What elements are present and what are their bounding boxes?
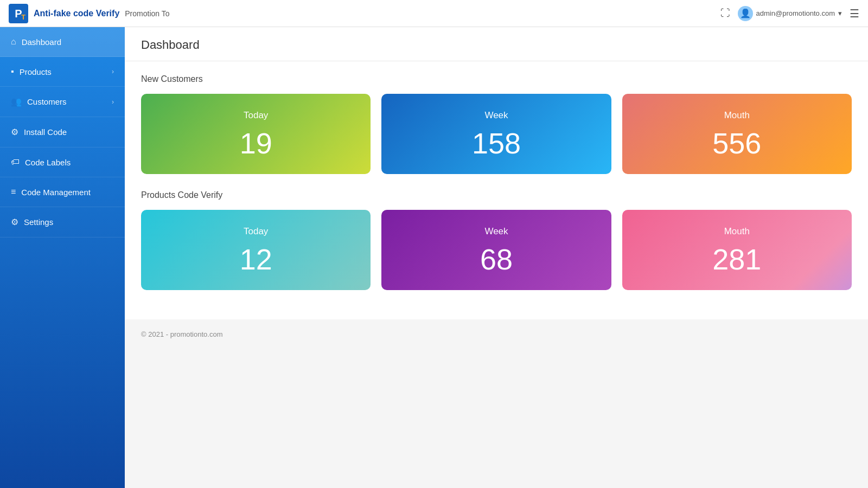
home-icon: ⌂ (11, 37, 16, 47)
user-name: admin@promotionto.com (756, 9, 835, 17)
chevron-right-icon: › (112, 68, 114, 75)
customers-mouth-card: Mouth 556 (622, 94, 852, 174)
content-footer: © 2021 - promotionto.com (125, 319, 868, 488)
top-header: P T Anti-fake code Verify Promotion To ⛶… (0, 0, 868, 27)
dropdown-arrow-icon: ▾ (838, 9, 842, 17)
app-subtitle: Promotion To (125, 9, 169, 18)
main-layout: ⌂ Dashboard ▪ Products › 👥 Customers › ⚙… (0, 27, 868, 488)
sidebar-item-dashboard[interactable]: ⌂ Dashboard (0, 27, 125, 57)
verify-week-value: 68 (480, 245, 513, 274)
code-labels-icon: 🏷 (11, 157, 20, 167)
page-header: Dashboard (125, 27, 868, 61)
app-title: Anti-fake code Verify (34, 9, 119, 18)
customers-mouth-label: Mouth (724, 110, 750, 121)
new-customers-title: New Customers (141, 74, 852, 84)
sidebar-label-customers: Customers (27, 97, 67, 106)
sidebar-item-install-code[interactable]: ⚙ Install Code (0, 117, 125, 147)
user-icon: 👤 (740, 8, 751, 18)
customers-mouth-value: 556 (712, 129, 761, 158)
logo-letter-t: T (21, 13, 25, 21)
products-code-verify-title: Products Code Verify (141, 190, 852, 200)
chevron-right-icon-customers: › (112, 98, 114, 106)
customers-today-card: Today 19 (141, 94, 371, 174)
code-management-icon: ≡ (11, 187, 16, 197)
page-title: Dashboard (141, 38, 852, 52)
sidebar-label-products: Products (20, 67, 52, 76)
sidebar-item-products[interactable]: ▪ Products › (0, 57, 125, 87)
logo: P T (9, 4, 28, 23)
content-inner: Dashboard New Customers Today 19 Week 15… (125, 27, 868, 319)
footer-text: © 2021 - promotionto.com (125, 319, 868, 349)
new-customers-cards: Today 19 Week 158 Mouth 556 (141, 94, 852, 174)
verify-today-card: Today 12 (141, 210, 371, 290)
user-avatar: 👤 (738, 6, 753, 21)
content-area: Dashboard New Customers Today 19 Week 15… (125, 27, 868, 488)
customers-week-value: 158 (472, 129, 521, 158)
sidebar: ⌂ Dashboard ▪ Products › 👥 Customers › ⚙… (0, 27, 125, 488)
header-left: P T Anti-fake code Verify Promotion To (9, 4, 170, 23)
verify-today-value: 12 (240, 245, 272, 274)
verify-week-label: Week (484, 226, 508, 237)
verify-mouth-label: Mouth (724, 226, 750, 237)
sidebar-label-settings: Settings (24, 217, 53, 227)
sidebar-item-settings[interactable]: ⚙ Settings (0, 207, 125, 237)
customers-today-label: Today (244, 110, 268, 121)
install-code-icon: ⚙ (11, 127, 18, 137)
sidebar-item-customers[interactable]: 👥 Customers › (0, 87, 125, 117)
products-code-verify-section: Products Code Verify Today 12 Week 68 Mo… (141, 190, 852, 290)
settings-icon: ⚙ (11, 217, 18, 227)
verify-week-card: Week 68 (381, 210, 611, 290)
sidebar-label-code-labels: Code Labels (25, 158, 71, 167)
customers-icon: 👥 (11, 97, 22, 107)
sidebar-label-code-management: Code Management (21, 188, 91, 197)
fullscreen-icon[interactable]: ⛶ (720, 8, 730, 19)
header-right: ⛶ 👤 admin@promotionto.com ▾ ☰ (720, 6, 859, 21)
user-menu[interactable]: 👤 admin@promotionto.com ▾ (738, 6, 842, 21)
customers-today-value: 19 (240, 129, 272, 158)
sidebar-label-install-code: Install Code (24, 127, 67, 137)
verify-mouth-card: Mouth 281 (622, 210, 852, 290)
sidebar-item-code-management[interactable]: ≡ Code Management (0, 177, 125, 207)
verify-mouth-value: 281 (712, 245, 761, 274)
new-customers-section: New Customers Today 19 Week 158 Mouth 55 (141, 74, 852, 174)
hamburger-icon[interactable]: ☰ (850, 7, 859, 20)
verify-cards: Today 12 Week 68 Mouth 281 (141, 210, 852, 290)
sidebar-label-dashboard: Dashboard (22, 37, 61, 47)
customers-week-card: Week 158 (381, 94, 611, 174)
customers-week-label: Week (484, 110, 508, 121)
products-icon: ▪ (11, 67, 14, 76)
page-body: New Customers Today 19 Week 158 Mouth 55 (125, 61, 868, 319)
verify-today-label: Today (244, 226, 268, 237)
sidebar-item-code-labels[interactable]: 🏷 Code Labels (0, 147, 125, 177)
